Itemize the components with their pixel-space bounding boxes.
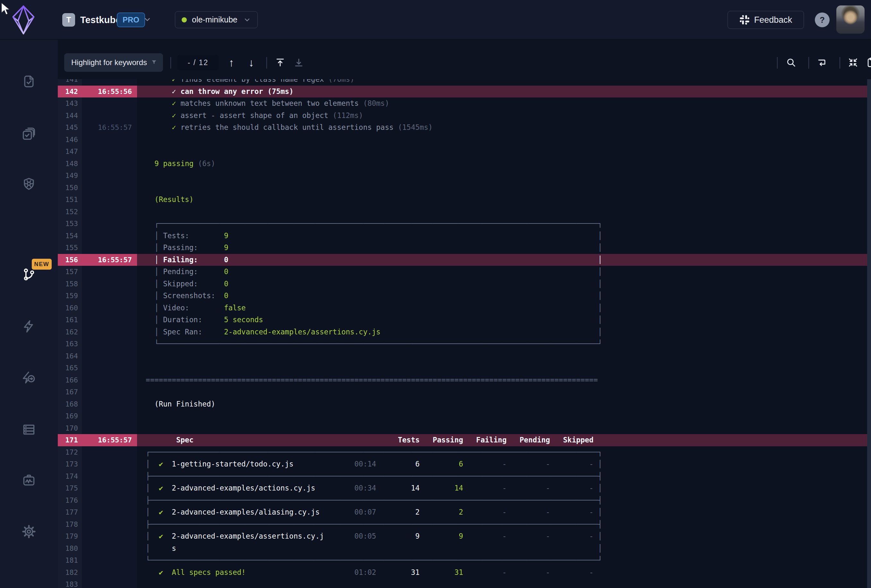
log-line[interactable]: 150: [58, 182, 867, 194]
log-line[interactable]: 179 │ ✔ 2-advanced-examples/assertions.c…: [58, 530, 867, 542]
log-line[interactable]: 164: [58, 350, 867, 362]
org-chevron-down-icon[interactable]: [143, 15, 151, 24]
environment-selector[interactable]: ole-minikube: [175, 11, 258, 28]
log-line[interactable]: 167: [58, 386, 867, 398]
line-number: 169: [58, 410, 82, 422]
log-line[interactable]: 141 ✓ finds element by class name regex …: [58, 79, 867, 86]
log-line[interactable]: 153 ┌───────────────────────────────────…: [58, 218, 867, 230]
org-avatar[interactable]: T: [62, 13, 75, 27]
word-wrap-button[interactable]: [814, 55, 830, 70]
sidebar-item-test-suites[interactable]: [0, 119, 58, 148]
line-content: [137, 386, 867, 398]
keyword-highlight-input[interactable]: Highlight for keywords: [64, 53, 163, 72]
sidebar-item-settings[interactable]: [0, 517, 58, 546]
log-line[interactable]: 149: [58, 170, 867, 182]
log-line[interactable]: 17116:55:57 Spec Tests Passing Failing P…: [58, 434, 867, 446]
log-line[interactable]: 143 ✓ matches unknown text between two e…: [58, 97, 867, 110]
line-content: [137, 134, 867, 146]
scroll-to-bottom-button[interactable]: [291, 55, 307, 70]
line-number: 179: [58, 530, 82, 542]
files-check-icon: [21, 126, 36, 141]
log-line[interactable]: 176 ├───────────────────────────────────…: [58, 494, 867, 507]
line-content: │ ✔ 2-advanced-examples/actions.cy.js 00…: [137, 482, 867, 494]
next-match-button[interactable]: ↓: [243, 55, 259, 70]
log-line[interactable]: 182 ✔ All specs passed! 01:02 31 31 - - …: [58, 567, 867, 579]
log-line[interactable]: 170: [58, 422, 867, 434]
line-timestamp: [82, 266, 137, 278]
collapse-icon: [847, 57, 859, 68]
user-avatar[interactable]: [837, 6, 865, 34]
log-line[interactable]: 161 │ Duration: 5 seconds │: [58, 314, 867, 326]
line-content: │ Failing: 0 │: [137, 254, 867, 266]
log-line[interactable]: 155 │ Passing: 9 │: [58, 242, 867, 254]
collapse-view-button[interactable]: [845, 55, 861, 70]
log-line[interactable]: 163 └───────────────────────────────────…: [58, 338, 867, 350]
log-line[interactable]: 154 │ Tests: 9 │: [58, 230, 867, 242]
sidebar-item-triggers[interactable]: [0, 312, 58, 341]
line-timestamp: [82, 542, 137, 555]
line-content: │ Passing: 9 │: [137, 242, 867, 254]
log-line[interactable]: 166 ====================================…: [58, 374, 867, 387]
feedback-button[interactable]: Feedback: [727, 11, 804, 29]
log-line[interactable]: 178 ├───────────────────────────────────…: [58, 518, 867, 531]
line-number: 158: [58, 278, 82, 290]
sidebar-item-storage[interactable]: [0, 415, 58, 444]
log-line[interactable]: 165: [58, 362, 867, 374]
line-content: [137, 362, 867, 374]
log-line[interactable]: 157 │ Pending: 0 │: [58, 266, 867, 278]
log-line[interactable]: 168 (Run Finished): [58, 398, 867, 410]
sidebar-item-tests[interactable]: [0, 67, 58, 96]
log-line[interactable]: 172 ┌───────────────────────────────────…: [58, 446, 867, 458]
log-line[interactable]: 152: [58, 206, 867, 218]
log-line[interactable]: 160 │ Video: false │: [58, 302, 867, 314]
org-name[interactable]: Testkube: [80, 13, 121, 27]
line-timestamp: [82, 530, 137, 542]
line-content: └───────────────────────────────────────…: [137, 338, 867, 350]
filter-funnel-icon[interactable]: [151, 58, 157, 67]
log-search-button[interactable]: [783, 55, 799, 70]
line-number: 180: [58, 542, 82, 555]
line-number: 178: [58, 518, 82, 531]
line-number: 162: [58, 326, 82, 338]
log-line[interactable]: 14516:55:57 ✓ retries the should callbac…: [58, 121, 867, 134]
line-timestamp: [82, 554, 137, 567]
line-timestamp: [82, 470, 137, 482]
log-line[interactable]: 162 │ Spec Ran: 2-advanced-examples/asse…: [58, 326, 867, 338]
search-icon: [786, 57, 796, 68]
log-line[interactable]: 183: [58, 578, 867, 588]
help-button[interactable]: ?: [815, 12, 830, 27]
line-number: 161: [58, 314, 82, 326]
log-line[interactable]: 180 │ s │: [58, 542, 867, 555]
log-line[interactable]: 169: [58, 410, 867, 422]
log-line[interactable]: 175 │ ✔ 2-advanced-examples/actions.cy.j…: [58, 482, 867, 494]
sidebar-item-status[interactable]: [0, 466, 58, 495]
log-line[interactable]: 148 9 passing (6s): [58, 158, 867, 170]
log-line[interactable]: 14216:55:56 ✓ can throw any error (75ms): [58, 86, 867, 98]
log-line[interactable]: 147: [58, 146, 867, 158]
line-timestamp: [82, 567, 137, 579]
line-timestamp: [82, 350, 137, 362]
log-line[interactable]: 181 └───────────────────────────────────…: [58, 554, 867, 567]
log-line[interactable]: 177 │ ✔ 2-advanced-examples/aliasing.cy.…: [58, 506, 867, 518]
log-line[interactable]: 158 │ Skipped: 0 │: [58, 278, 867, 290]
line-content: [137, 410, 867, 422]
prev-match-button[interactable]: ↑: [223, 55, 239, 70]
line-content: │ ✔ 2-advanced-examples/aliasing.cy.js 0…: [137, 506, 867, 518]
log-line[interactable]: 146: [58, 134, 867, 146]
line-timestamp: 16:55:57: [82, 434, 137, 446]
monitor-pulse-icon: [22, 473, 36, 488]
log-line[interactable]: 144 ✓ assert - assert shape of an object…: [58, 110, 867, 122]
testkube-logo-icon[interactable]: [12, 4, 35, 35]
sidebar-item-executors[interactable]: [0, 170, 58, 198]
log-line[interactable]: 151 (Results): [58, 194, 867, 206]
gear-icon: [22, 525, 36, 539]
sidebar-item-webhooks[interactable]: [0, 364, 58, 392]
log-line[interactable]: 173 │ ✔ 1-getting-started/todo.cy.js 00:…: [58, 458, 867, 470]
line-number: 183: [58, 578, 82, 588]
copy-log-button[interactable]: [863, 55, 871, 70]
log-line[interactable]: 15616:55:57 │ Failing: 0 │: [58, 254, 867, 266]
vertical-scrollbar[interactable]: [867, 79, 871, 588]
log-line[interactable]: 159 │ Screenshots: 0 │: [58, 290, 867, 302]
log-line[interactable]: 174 ├───────────────────────────────────…: [58, 470, 867, 482]
scroll-to-top-button[interactable]: [272, 55, 288, 70]
